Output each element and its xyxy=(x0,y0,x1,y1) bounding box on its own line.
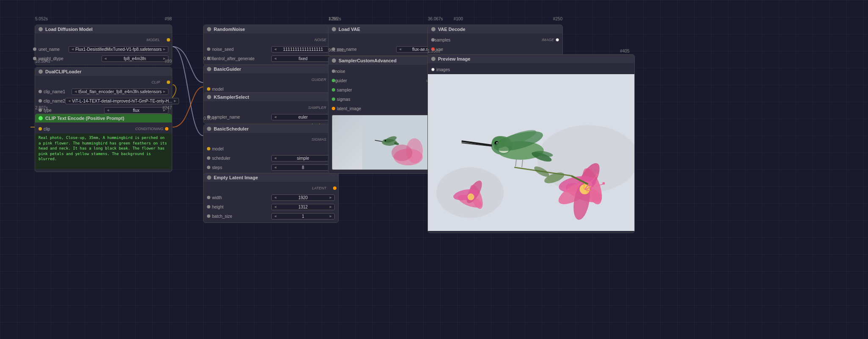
clip1-row: clip_name1 ◄ t5xxl_flan_encoder_fp8_e4m3… xyxy=(35,87,172,96)
arrow-right-clip1[interactable]: ► xyxy=(163,89,166,94)
port-images-in xyxy=(431,68,435,71)
batch-value: 1 xyxy=(278,214,328,219)
node-timing-vae-decode: 36.067s xyxy=(428,17,443,21)
node-header-noise: RandomNoise xyxy=(204,25,338,33)
arrow-right-batch[interactable]: ► xyxy=(329,214,333,218)
unet-value: Flux1-DesistilledMixTuned-V1-fp8.safeten… xyxy=(75,47,162,52)
height-value-box[interactable]: ◄ 1312 ► xyxy=(271,204,335,210)
seed-row: noise_seed ◄ 11111111111111111 ► xyxy=(204,44,338,54)
arrow-left-unet[interactable]: ◄ xyxy=(71,47,74,51)
svg-point-3 xyxy=(391,144,412,161)
arrow-left-vae[interactable]: ◄ xyxy=(398,47,402,51)
scheduler-name-row: scheduler ◄ simple ► xyxy=(204,153,338,163)
arrow-right-width[interactable]: ► xyxy=(329,195,333,200)
node-content-dualclip: CLIP clip_name1 ◄ t5xxl_flan_encoder_fp8… xyxy=(35,76,172,117)
vae-in-label: vae xyxy=(436,47,559,52)
batch-row: batch_size ◄ 1 ► xyxy=(204,211,338,221)
port-samples-in xyxy=(431,38,435,42)
node-title-preview: Preview Image xyxy=(438,56,470,61)
clip2-label: clip_name2 xyxy=(44,99,65,103)
vae-decode-timing2: 1.356s xyxy=(427,49,440,53)
unet-value-box[interactable]: ◄ Flux1-DesistilledMixTuned-V1-fp8.safet… xyxy=(69,46,168,53)
arrow-right-unet[interactable]: ► xyxy=(163,47,166,51)
node-title-clip-encode: CLIP Text Encode (Positive Prompt) xyxy=(45,116,124,121)
node-id-vae-decode: #250 xyxy=(553,17,562,21)
clip1-value-box[interactable]: ◄ t5xxl_flan_encoder_fp8_e4m3fn.safetens… xyxy=(72,89,168,95)
node-header-dualclip: DualCLIPLoader xyxy=(35,67,172,76)
clip-row: clip CONDITIONING xyxy=(35,124,172,133)
seed-label: noise_seed xyxy=(212,47,271,52)
batch-value-box[interactable]: ◄ 1 ► xyxy=(271,213,335,220)
arrow-left-seed[interactable]: ◄ xyxy=(273,47,277,51)
prompt-textarea[interactable]: Real photo, Close-up, 35mm, A hummingbir… xyxy=(35,133,172,169)
port-clip1-in xyxy=(39,90,42,93)
arrow-left-weight[interactable]: ◄ xyxy=(104,56,107,61)
output-label-sampler: SAMPLER xyxy=(308,106,326,110)
port-conditioning-out xyxy=(165,127,168,131)
weight-value-box[interactable]: ◄ fp8_e4m3fn ► xyxy=(102,56,169,62)
sampler-name-value: euler xyxy=(278,115,328,119)
steps-value-box[interactable]: ◄ 8 ► xyxy=(271,164,335,171)
port-image-out xyxy=(556,38,559,42)
output-label-model: MODEL xyxy=(146,38,160,42)
images-in-label: images xyxy=(436,67,631,72)
vae-decode-node: 36.067s #250 VAE Decode samples IMAGE va… xyxy=(427,25,563,56)
arrow-left-type[interactable]: ◄ xyxy=(106,108,110,112)
port-unet-in xyxy=(33,47,36,51)
arrow-left-width[interactable]: ◄ xyxy=(273,195,277,200)
sampler-name-value-box[interactable]: ◄ euler ► xyxy=(271,114,335,120)
svg-point-26 xyxy=(596,174,598,176)
output-label-row-latent: LATENT xyxy=(204,183,338,193)
width-value-box[interactable]: ◄ 1920 ► xyxy=(271,195,335,201)
arrow-left-steps[interactable]: ◄ xyxy=(273,165,277,170)
node-header-clip-encode: CLIP Text Encode (Positive Prompt) xyxy=(35,114,172,122)
height-row: height ◄ 1312 ► xyxy=(204,202,338,211)
node-header-ksampler: KSamplerSelect xyxy=(204,93,338,101)
arrow-left-sched[interactable]: ◄ xyxy=(273,156,277,160)
node-header-guider: BasicGuider xyxy=(204,65,338,73)
clip1-label: clip_name1 xyxy=(44,89,72,94)
arrow-left-sampler[interactable]: ◄ xyxy=(273,115,277,119)
node-title-vae-decode: VAE Decode xyxy=(438,27,466,32)
node-title-noise: RandomNoise xyxy=(214,27,245,32)
arrow-left-height[interactable]: ◄ xyxy=(273,205,277,209)
node-status-dot-scheduler xyxy=(207,127,211,131)
node-timing-clip-encode: 2.807s xyxy=(35,106,48,110)
output-label-sigmas: SIGMAS xyxy=(311,137,326,142)
control-row: control_after_generate ◄ fixed ► xyxy=(204,54,338,63)
port-height-in xyxy=(207,205,210,208)
image-out-label: IMAGE xyxy=(542,38,554,42)
node-header-scheduler: BasicScheduler xyxy=(204,125,338,133)
arrow-left-control[interactable]: ◄ xyxy=(273,56,277,61)
seed-value-box[interactable]: ◄ 11111111111111111 ► xyxy=(271,46,335,53)
type-value-box[interactable]: ◄ flux ► xyxy=(104,107,169,114)
node-content-ksampler: SAMPLER sampler_name ◄ euler ► xyxy=(204,101,338,123)
scheduler-value-box[interactable]: ◄ simple ► xyxy=(271,155,335,161)
node-status-dot-vae-decode xyxy=(431,27,435,31)
arrow-left-clip1[interactable]: ◄ xyxy=(74,89,77,94)
guider-in-label: guider xyxy=(335,78,426,83)
seed-value: 11111111111111111 xyxy=(278,47,328,52)
control-value-box[interactable]: ◄ fixed ► xyxy=(271,56,335,62)
svg-point-28 xyxy=(602,182,605,185)
node-title-ksampler: KSamplerSelect xyxy=(214,94,249,100)
port-sampler-in-adv xyxy=(332,88,335,92)
arrow-left-clip2[interactable]: ◄ xyxy=(67,99,71,103)
node-title-dualclip: DualCLIPLoader xyxy=(45,69,82,74)
arrow-right-clip2[interactable]: ► xyxy=(173,99,177,103)
arrow-right-height[interactable]: ► xyxy=(329,205,333,209)
vae-decode-id2: #405 xyxy=(620,49,629,53)
node-title-sampler-adv: SamplerCustomAdvanced xyxy=(339,58,397,63)
steps-label: steps xyxy=(212,165,271,170)
node-title-diffusion: Load Diffusion Model xyxy=(45,27,93,32)
ksampler-select-node: #253 KSamplerSelect SAMPLER sampler_name… xyxy=(203,92,339,124)
node-status-dot-dualclip xyxy=(39,69,43,74)
node-timing-vae: 1.382s xyxy=(328,17,341,21)
port-latent-out xyxy=(333,186,336,190)
clip2-value-box[interactable]: ◄ ViT-L-14-TEXT-detail-improved-hiT-GmP-… xyxy=(65,98,179,104)
output-label-row-guider: GUIDER xyxy=(204,75,338,84)
arrow-left-batch[interactable]: ◄ xyxy=(273,214,277,218)
node-status-dot-sampler-adv xyxy=(332,58,336,63)
scheduler-model-row: model xyxy=(204,144,338,153)
unet-name-row: unet_name ◄ Flux1-DesistilledMixTuned-V1… xyxy=(35,44,172,54)
